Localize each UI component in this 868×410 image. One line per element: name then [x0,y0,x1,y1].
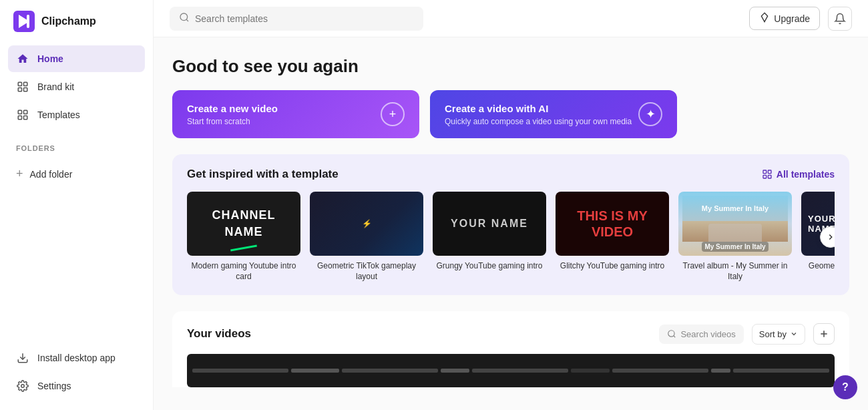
video-search-placeholder: Search videos [680,329,735,339]
install-label: Install desktop app [37,353,116,363]
svg-rect-18 [763,175,767,178]
settings-label: Settings [37,381,71,391]
plus-icon [819,329,829,339]
sidebar-item-settings[interactable]: Settings [8,373,145,399]
sidebar: Clipchamp Home Brand kit Templates FOLDE… [0,0,154,410]
template-label-3: Grungy YouTube gaming intro [433,261,546,272]
grid-icon [16,108,29,122]
search-videos-icon [667,329,676,339]
search-box[interactable] [170,7,423,31]
video-strip-segment-6 [571,369,610,373]
svg-point-13 [180,13,188,21]
template-thumb-1 [187,192,300,256]
video-strip-segment-2 [291,369,339,373]
svg-marker-15 [762,13,768,21]
cta-text-new-video: Create a new video Start from scratch [187,103,278,126]
svg-rect-7 [18,110,21,114]
cta-row: Create a new video Start from scratch + … [172,90,849,138]
sidebar-item-home[interactable]: Home [8,45,145,72]
chevron-down-icon [790,330,798,338]
add-video-button[interactable] [813,323,835,345]
add-folder-button[interactable]: + Add folder [8,162,145,186]
download-icon [16,351,29,365]
video-strip-segment-5 [472,369,568,373]
bell-icon [834,13,846,25]
folders-label: FOLDERS [16,144,55,152]
sort-label: Sort by [759,329,787,339]
svg-rect-16 [763,170,767,174]
plus-circle-icon: + [381,102,405,126]
videos-controls: Search videos Sort by [659,323,835,345]
videos-header: Your videos Search videos Sort by [187,323,835,345]
svg-rect-17 [768,170,771,174]
video-strip-segment-9 [733,369,829,373]
upgrade-button[interactable]: Upgrade [749,7,820,30]
sidebar-bottom: Install desktop app Settings [0,345,153,399]
template-label-4: Glitchy YouTube gaming intro [556,261,669,272]
template-label-5: Travel album - My Summer in Italy [678,261,792,282]
svg-rect-8 [24,110,27,114]
video-strip-segment-7 [612,369,708,373]
main-content: Upgrade Good to see you again Create a n… [154,0,868,410]
templates-section: Get inspired with a template All templat… [172,154,849,295]
all-templates-link[interactable]: All templates [762,169,835,180]
sidebar-item-templates[interactable]: Templates [8,101,145,128]
template-thumb-5: My Summer In Italy [678,192,792,256]
logo: Clipchamp [0,11,153,45]
cta-new-video-subtitle: Start from scratch [187,117,278,126]
create-new-video-button[interactable]: Create a new video Start from scratch + [172,90,419,138]
help-button[interactable]: ? [833,375,857,399]
template-thumb-2: ⚡ [310,192,423,256]
page-title: Good to see you again [172,56,849,77]
cta-new-video-title: Create a new video [187,103,278,114]
sort-by-button[interactable]: Sort by [752,324,805,345]
video-strip [187,354,835,387]
sparkle-icon: ✦ [638,102,662,126]
sidebar-item-home-label: Home [37,53,63,64]
svg-rect-4 [24,82,27,85]
diamond-icon [759,12,770,25]
add-folder-label: Add folder [30,169,73,180]
template-card-3[interactable]: Grungy YouTube gaming intro [433,192,546,282]
svg-rect-3 [18,82,21,85]
topbar-right: Upgrade [749,7,852,31]
logo-icon [13,11,35,32]
settings-icon [16,379,29,393]
cta-ai-video-subtitle: Quickly auto compose a video using your … [445,117,632,126]
sidebar-item-brand-kit[interactable]: Brand kit [8,73,145,100]
tag-icon [16,80,29,93]
template-label-1: Modern gaming Youtube intro card [187,261,300,282]
app-name: Clipchamp [41,15,96,27]
videos-section: Your videos Search videos Sort by [172,311,849,387]
templates-header: Get inspired with a template All templat… [187,168,835,181]
video-strip-segment-8 [711,369,730,373]
svg-line-14 [186,19,188,21]
video-strip-segment-4 [441,369,469,373]
svg-rect-5 [18,88,21,91]
content-area: Good to see you again Create a new video… [154,37,868,410]
create-ai-video-button[interactable]: Create a video with AI Quickly auto comp… [430,90,677,138]
template-card-4[interactable]: Glitchy YouTube gaming intro [556,192,669,282]
home-icon [16,52,29,65]
svg-line-21 [674,336,676,338]
template-thumb-4 [556,192,669,256]
grid-tiles-icon [762,169,773,180]
svg-rect-2 [27,15,29,28]
videos-title: Your videos [187,327,251,341]
search-input[interactable] [195,13,414,24]
sidebar-item-install[interactable]: Install desktop app [8,345,145,371]
sidebar-item-brand-kit-label: Brand kit [37,81,74,92]
svg-rect-9 [18,116,21,120]
all-templates-label: All templates [777,169,835,180]
svg-rect-19 [768,175,771,178]
template-card-2[interactable]: ⚡ Geometric TikTok gameplay layout [310,192,423,282]
sidebar-nav: Home Brand kit Templates [0,45,153,128]
template-card-1[interactable]: Modern gaming Youtube intro card [187,192,300,282]
template-card-5[interactable]: My Summer In Italy Travel album - My Sum… [678,192,792,282]
template-label-6: Geometric YouTube gaming intro [801,261,835,282]
video-strip-segment-3 [342,369,438,373]
notification-button[interactable] [828,7,852,31]
video-search-box[interactable]: Search videos [659,325,743,344]
chevron-right-icon [826,232,835,242]
templates-scroll: Modern gaming Youtube intro card ⚡ Geome… [187,192,835,282]
